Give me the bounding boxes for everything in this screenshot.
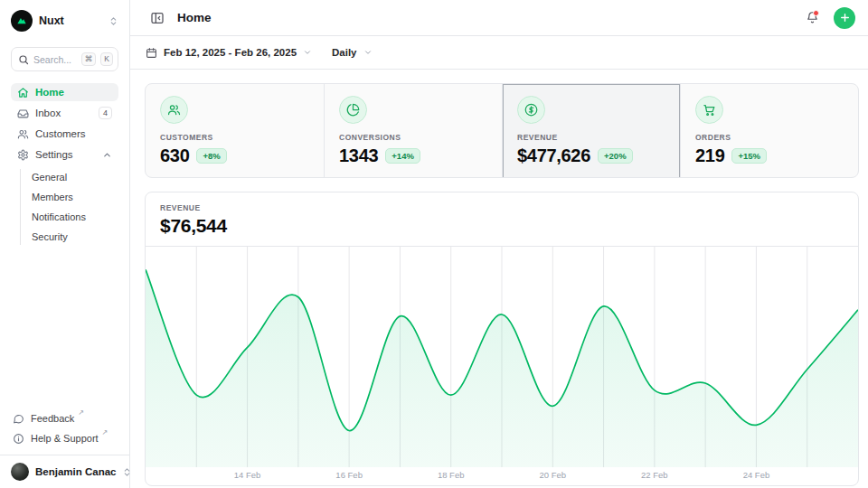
sidebar-item-members[interactable]: Members (32, 189, 118, 205)
external-link-icon: ↗ (102, 428, 108, 436)
stat-value: $477,626 (517, 145, 590, 166)
sidebar-item-notifications[interactable]: Notifications (32, 209, 118, 225)
shopping-cart-icon (695, 96, 723, 124)
chevron-down-icon (363, 48, 373, 57)
stat-value: 219 (695, 145, 724, 166)
message-bubble-icon (13, 413, 24, 425)
x-axis-tick: 20 Feb (539, 470, 566, 480)
dashboard-app: Nuxt Search... ⌘ K Home (0, 0, 868, 488)
content: CUSTOMERS 630 +8% CONVERSIONS 1343 +14% (130, 70, 868, 488)
inbox-count-badge: 4 (99, 107, 112, 119)
chart-x-axis-labels: 14 Feb16 Feb18 Feb20 Feb22 Feb24 Feb (146, 467, 858, 485)
x-axis-tick: 22 Feb (641, 470, 668, 480)
notifications-button[interactable] (800, 6, 824, 30)
search-input[interactable]: Search... ⌘ K (11, 47, 118, 71)
stat-label: CUSTOMERS (160, 133, 309, 142)
x-axis-tick: 24 Feb (743, 470, 770, 480)
panel-left-close-icon (150, 11, 165, 25)
stat-value: 1343 (339, 145, 378, 166)
stat-card-revenue[interactable]: REVENUE $477,626 +20% (502, 84, 680, 178)
user-name: Benjamin Canac (35, 466, 116, 477)
help-support-link[interactable]: Help & Support ↗ (11, 429, 118, 447)
stat-delta-badge: +15% (731, 148, 767, 164)
feedback-link[interactable]: Feedback ↗ (11, 409, 118, 427)
stats-panel: CUSTOMERS 630 +8% CONVERSIONS 1343 +14% (145, 83, 859, 178)
stat-card-conversions[interactable]: CONVERSIONS 1343 +14% (324, 84, 502, 178)
cmd-keycap: ⌘ (81, 52, 97, 66)
date-range-label: Feb 12, 2025 - Feb 26, 2025 (164, 47, 297, 58)
stat-delta-badge: +14% (385, 148, 420, 164)
info-circle-icon (13, 433, 24, 445)
main-area: Home Feb 12, 2025 - Feb 26, 2025 (130, 0, 868, 488)
calendar-icon (146, 47, 157, 59)
x-axis-tick: 16 Feb (335, 470, 363, 480)
stat-label: CONVERSIONS (339, 133, 487, 142)
sidebar-item-settings[interactable]: Settings (11, 145, 118, 164)
add-button[interactable] (834, 7, 855, 29)
chevron-down-icon (303, 48, 312, 57)
plus-icon (839, 12, 851, 23)
feedback-label: Feedback (31, 413, 74, 424)
stat-delta-badge: +8% (196, 148, 226, 164)
chart-canvas (146, 247, 858, 467)
external-link-icon: ↗ (78, 408, 84, 417)
sidebar: Nuxt Search... ⌘ K Home (0, 0, 130, 488)
help-support-label: Help & Support (31, 433, 99, 444)
x-axis-tick: 14 Feb (234, 470, 261, 480)
chart-label: REVENUE (160, 203, 844, 212)
sidebar-nav: Home Inbox 4 Customers Settings (11, 83, 118, 245)
home-icon (17, 87, 29, 99)
chevron-up-icon (102, 150, 112, 160)
stat-value: 630 (160, 145, 189, 166)
sidebar-footer: Feedback ↗ Help & Support ↗ Benjamin Can… (11, 409, 118, 488)
circle-dollar-icon (517, 96, 545, 124)
sidebar-item-general[interactable]: General (32, 169, 118, 185)
sidebar-item-inbox[interactable]: Inbox 4 (11, 104, 118, 122)
search-icon (18, 54, 29, 65)
chevrons-up-down-icon (108, 16, 118, 26)
user-menu[interactable]: Benjamin Canac (0, 455, 129, 488)
stat-delta-badge: +20% (598, 148, 633, 164)
stat-label: REVENUE (517, 133, 665, 142)
sidebar-item-label: Home (35, 87, 112, 98)
collapse-sidebar-button[interactable] (146, 6, 169, 30)
sidebar-item-security[interactable]: Security (32, 229, 118, 245)
page-header: Home (130, 0, 868, 36)
inbox-icon (17, 108, 29, 119)
sidebar-item-label: Inbox (35, 108, 92, 118)
filters-toolbar: Feb 12, 2025 - Feb 26, 2025 Daily (130, 36, 868, 70)
notification-dot (813, 10, 819, 16)
workspace-name: Nuxt (39, 14, 102, 27)
nuxt-logo-icon (11, 10, 33, 32)
avatar (11, 463, 29, 481)
period-select[interactable]: Daily (332, 47, 373, 58)
date-range-picker[interactable]: Feb 12, 2025 - Feb 26, 2025 (146, 47, 312, 59)
x-axis-tick: 18 Feb (438, 470, 465, 480)
stat-card-customers[interactable]: CUSTOMERS 630 +8% (146, 84, 324, 178)
chart-total-value: $76,544 (160, 215, 844, 237)
stat-card-orders[interactable]: ORDERS 219 +15% (680, 84, 858, 178)
revenue-chart-panel: REVENUE $76,544 14 Feb16 Feb18 Feb20 Feb… (145, 192, 859, 486)
k-keycap: K (100, 52, 113, 66)
sidebar-item-label: Settings (35, 149, 96, 160)
sidebar-item-customers[interactable]: Customers (11, 125, 118, 143)
workspace-switcher[interactable]: Nuxt (11, 7, 118, 34)
sidebar-item-label: Customers (35, 128, 112, 139)
page-title: Home (177, 11, 792, 24)
revenue-area-chart[interactable] (146, 247, 858, 467)
stat-label: ORDERS (695, 133, 844, 142)
chart-header: REVENUE $76,544 (146, 192, 858, 247)
users-icon (17, 128, 29, 140)
sidebar-item-home[interactable]: Home (11, 83, 118, 101)
search-placeholder: Search... (33, 54, 77, 65)
chart-pie-icon (339, 96, 367, 124)
settings-submenu: General Members Notifications Security (20, 169, 118, 245)
users-icon (160, 96, 188, 124)
period-label: Daily (332, 47, 357, 58)
gear-icon (17, 149, 29, 161)
